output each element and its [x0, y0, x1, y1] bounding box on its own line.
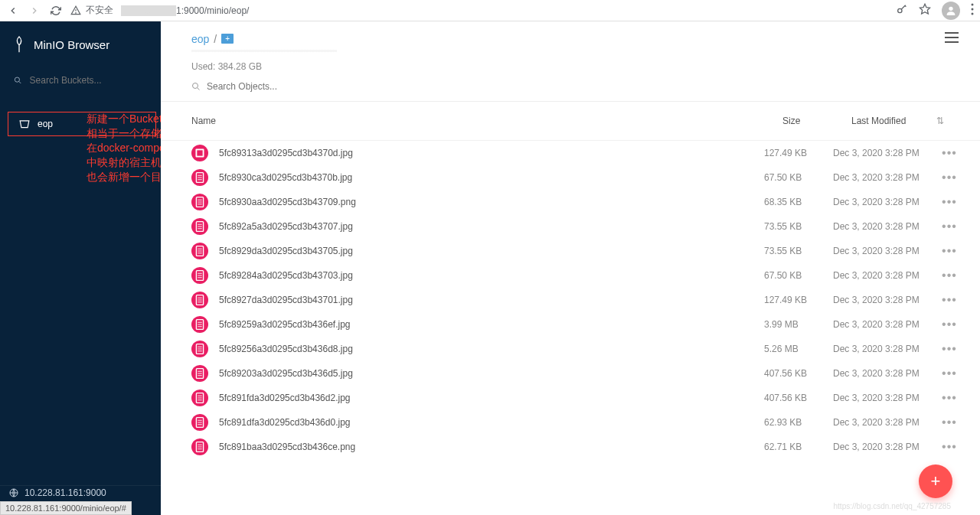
- file-name: 5fc891baa3d0295cd3b436ce.png: [219, 442, 764, 452]
- file-size: 68.35 KB: [764, 197, 833, 207]
- file-actions-icon[interactable]: •••: [940, 244, 959, 258]
- kebab-icon[interactable]: [971, 3, 974, 18]
- bucket-icon: [19, 119, 30, 129]
- file-size: 127.49 KB: [764, 295, 833, 305]
- file-name: 5fc892a5a3d0295cd3b43707.jpg: [219, 221, 764, 232]
- file-icon: [191, 390, 208, 406]
- svg-rect-17: [197, 150, 202, 155]
- back-button[interactable]: [6, 4, 20, 18]
- table-header: Name Size Last Modified⇅: [161, 102, 980, 141]
- file-icon: [191, 341, 208, 357]
- file-actions-icon[interactable]: •••: [940, 269, 959, 282]
- file-icon: [191, 267, 208, 284]
- table-row[interactable]: 5fc89313a3d0295cd3b4370d.jpg 127.49 KB D…: [161, 141, 980, 165]
- file-icon: [191, 292, 208, 308]
- svg-point-7: [972, 13, 974, 15]
- file-name: 5fc891fda3d0295cd3b436d2.jpg: [219, 393, 764, 403]
- file-actions-icon[interactable]: •••: [940, 318, 959, 331]
- file-size: 62.71 KB: [764, 442, 833, 452]
- search-objects[interactable]: [161, 80, 980, 102]
- table-row[interactable]: 5fc8930aa3d0295cd3b43709.png 68.35 KB De…: [161, 190, 980, 214]
- forward-button[interactable]: [28, 4, 41, 18]
- star-icon[interactable]: [919, 3, 931, 18]
- file-size: 67.50 KB: [764, 270, 833, 281]
- sort-icon[interactable]: ⇅: [936, 116, 944, 126]
- column-modified[interactable]: Last Modified⇅: [851, 116, 959, 126]
- fab-add-button[interactable]: +: [919, 464, 952, 498]
- file-name: 5fc89203a3d0295cd3b436d5.jpg: [219, 368, 764, 379]
- minio-logo-icon: [12, 35, 26, 54]
- file-size: 3.99 MB: [764, 319, 833, 330]
- breadcrumb: eop / +: [191, 33, 234, 45]
- warning-icon: [70, 5, 81, 16]
- file-actions-icon[interactable]: •••: [940, 367, 959, 380]
- key-icon[interactable]: [896, 3, 908, 18]
- file-actions-icon[interactable]: •••: [940, 220, 959, 233]
- table-row[interactable]: 5fc89259a3d0295cd3b436ef.jpg 3.99 MB Dec…: [161, 312, 980, 337]
- file-actions-icon[interactable]: •••: [940, 440, 959, 454]
- file-name: 5fc89313a3d0295cd3b4370d.jpg: [219, 148, 764, 158]
- file-size: 5.26 MB: [764, 344, 833, 354]
- file-modified: Dec 3, 2020 3:28 PM: [833, 442, 940, 452]
- file-actions-icon[interactable]: •••: [940, 391, 959, 405]
- file-size: 62.93 KB: [764, 417, 833, 428]
- file-name: 5fc891dfa3d0295cd3b436d0.jpg: [219, 417, 764, 428]
- profile-icon[interactable]: [942, 2, 960, 20]
- watermark: https://blog.csdn.net/qq_42757285: [834, 502, 951, 510]
- file-actions-icon[interactable]: •••: [940, 171, 959, 184]
- file-name: 5fc8930aa3d0295cd3b43709.png: [219, 197, 764, 207]
- file-actions-icon[interactable]: •••: [940, 416, 959, 429]
- table-row[interactable]: 5fc89256a3d0295cd3b436d8.jpg 5.26 MB Dec…: [161, 337, 980, 361]
- svg-point-1: [76, 12, 77, 13]
- table-row[interactable]: 5fc891baa3d0295cd3b436ce.png 62.71 KB De…: [161, 435, 980, 459]
- file-actions-icon[interactable]: •••: [940, 146, 959, 160]
- security-text: 不安全: [86, 4, 113, 17]
- svg-point-4: [949, 6, 952, 10]
- table-row[interactable]: 5fc8929da3d0295cd3b43705.jpg 73.55 KB De…: [161, 239, 980, 263]
- column-name[interactable]: Name: [191, 116, 782, 126]
- column-size[interactable]: Size: [782, 116, 851, 126]
- url[interactable]: xx1:9000/minio/eop/: [121, 5, 249, 16]
- file-icon: [191, 145, 208, 161]
- svg-point-2: [898, 8, 902, 12]
- content: eop / + Used: 384.28 GB Name Size Last M…: [161, 21, 980, 515]
- menu-icon[interactable]: [945, 32, 959, 45]
- breadcrumb-bucket[interactable]: eop: [191, 33, 209, 45]
- table-row[interactable]: 5fc891dfa3d0295cd3b436d0.jpg 62.93 KB De…: [161, 410, 980, 435]
- reload-button[interactable]: [49, 4, 63, 18]
- sidebar: MinIO Browser eop 新建一个Buckets 相当于一个存储库 在…: [0, 21, 161, 515]
- table-row[interactable]: 5fc892a5a3d0295cd3b43707.jpg 73.55 KB De…: [161, 214, 980, 239]
- file-icon: [191, 169, 208, 186]
- file-icon: [191, 414, 208, 431]
- status-bar-url: 10.228.81.161:9000/minio/eop/#: [0, 501, 132, 515]
- table-row[interactable]: 5fc89284a3d0295cd3b43703.jpg 67.50 KB De…: [161, 263, 980, 288]
- search-objects-input[interactable]: [207, 81, 436, 92]
- file-actions-icon[interactable]: •••: [940, 293, 959, 307]
- table-row[interactable]: 5fc8930ca3d0295cd3b4370b.jpg 67.50 KB De…: [161, 165, 980, 190]
- file-icon: [191, 194, 208, 210]
- folder-add-icon[interactable]: +: [221, 34, 234, 44]
- file-icon: [191, 218, 208, 235]
- file-modified: Dec 3, 2020 3:28 PM: [833, 148, 940, 158]
- file-modified: Dec 3, 2020 3:28 PM: [833, 246, 940, 256]
- search-icon: [14, 76, 22, 85]
- loading-bar: [191, 50, 337, 52]
- file-name: 5fc8930ca3d0295cd3b4370b.jpg: [219, 172, 764, 183]
- table-row[interactable]: 5fc89203a3d0295cd3b436d5.jpg 407.56 KB D…: [161, 361, 980, 386]
- search-buckets-input[interactable]: [30, 75, 147, 86]
- search-icon: [191, 82, 201, 91]
- svg-point-5: [972, 4, 974, 6]
- file-modified: Dec 3, 2020 3:28 PM: [833, 368, 940, 379]
- security-indicator[interactable]: 不安全: [70, 4, 113, 17]
- file-modified: Dec 3, 2020 3:28 PM: [833, 393, 940, 403]
- logo: MinIO Browser: [0, 21, 161, 70]
- file-size: 407.56 KB: [764, 368, 833, 379]
- svg-line-15: [198, 88, 200, 90]
- search-buckets[interactable]: [0, 70, 161, 90]
- file-actions-icon[interactable]: •••: [940, 342, 959, 356]
- table-row[interactable]: 5fc891fda3d0295cd3b436d2.jpg 407.56 KB D…: [161, 386, 980, 410]
- file-modified: Dec 3, 2020 3:28 PM: [833, 197, 940, 207]
- table-row[interactable]: 5fc8927da3d0295cd3b43701.jpg 127.49 KB D…: [161, 288, 980, 312]
- file-size: 67.50 KB: [764, 172, 833, 183]
- file-actions-icon[interactable]: •••: [940, 195, 959, 209]
